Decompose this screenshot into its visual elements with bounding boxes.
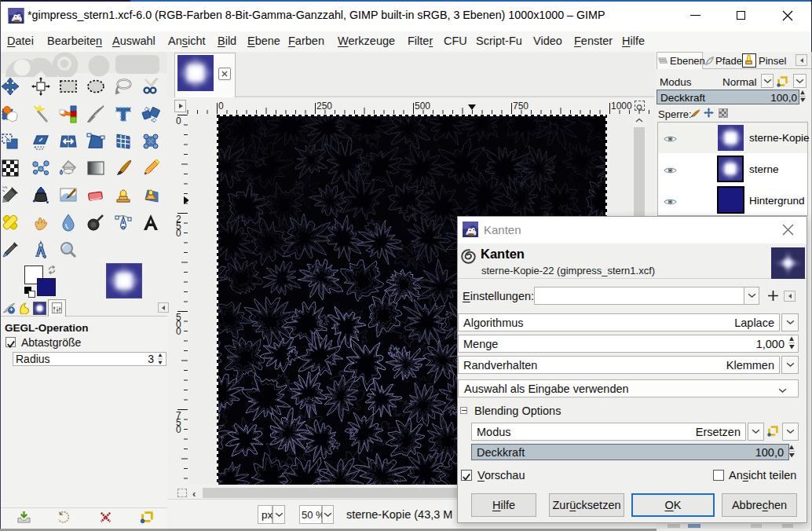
svg-text:750: 750 bbox=[513, 101, 529, 112]
svg-text:1000: 1000 bbox=[611, 101, 632, 112]
svg-text:0: 0 bbox=[176, 424, 181, 435]
svg-text:500: 500 bbox=[415, 101, 430, 112]
svg-text:0: 0 bbox=[176, 326, 181, 337]
svg-text:0: 0 bbox=[176, 115, 181, 126]
svg-text:0: 0 bbox=[176, 228, 181, 239]
svg-text:250: 250 bbox=[316, 101, 332, 112]
svg-text:0: 0 bbox=[218, 101, 224, 112]
